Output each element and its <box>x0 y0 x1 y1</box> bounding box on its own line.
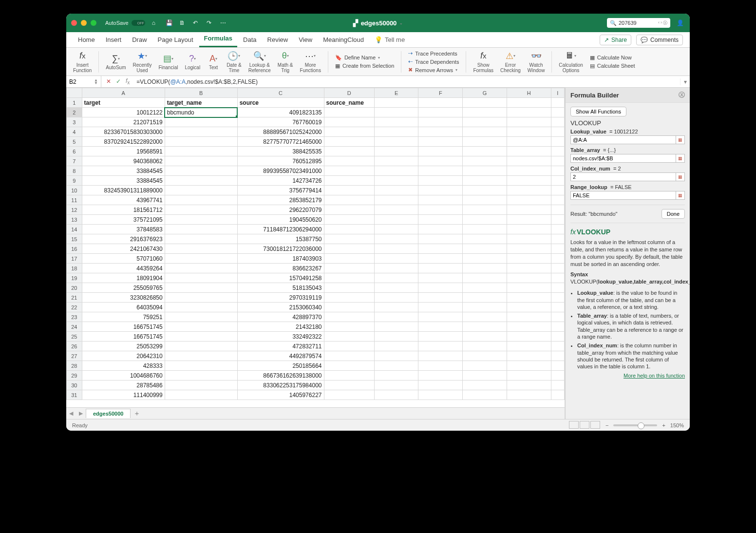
cell-B9[interactable] <box>165 176 237 186</box>
cell-H26[interactable] <box>507 342 551 351</box>
cell-G22[interactable] <box>463 303 507 312</box>
cell-G10[interactable] <box>463 186 507 195</box>
cell-D8[interactable] <box>324 166 374 176</box>
row-header-9[interactable]: 9 <box>67 176 82 186</box>
cell-D29[interactable] <box>324 371 374 381</box>
cell-H21[interactable] <box>507 293 551 303</box>
autosave-toggle[interactable]: OFF <box>132 20 145 26</box>
close-window-button[interactable] <box>71 20 77 26</box>
cell-E4[interactable] <box>374 127 418 137</box>
cell-G2[interactable] <box>463 108 507 117</box>
cell-E14[interactable] <box>374 225 418 234</box>
cell-I26[interactable] <box>551 342 564 351</box>
cell-D27[interactable] <box>324 351 374 361</box>
cell-G30[interactable] <box>463 381 507 390</box>
cell-B8[interactable] <box>165 166 237 176</box>
datetime-button[interactable]: 🕒▾Date & Time <box>225 51 244 73</box>
cell-D26[interactable] <box>324 342 374 351</box>
savecopy-icon[interactable]: 🗎 <box>179 19 186 26</box>
cell-F17[interactable] <box>418 254 463 264</box>
cell-H22[interactable] <box>507 303 551 312</box>
autosum-button[interactable]: ∑▾AutoSum <box>104 53 128 70</box>
view-switcher[interactable] <box>568 421 601 430</box>
cell-F3[interactable] <box>418 117 463 127</box>
row-header-30[interactable]: 30 <box>67 381 82 390</box>
cell-I20[interactable] <box>551 283 564 293</box>
cell-G19[interactable] <box>463 273 507 283</box>
cell-G13[interactable] <box>463 215 507 225</box>
financial-button[interactable]: ▤▾Financial <box>156 53 180 70</box>
cell-B23[interactable] <box>165 312 237 322</box>
cell-C4[interactable]: 888895671025242000 <box>237 127 324 137</box>
range-picker-icon[interactable]: ▦ <box>676 154 685 163</box>
cell-D6[interactable] <box>324 147 374 156</box>
row-header-13[interactable]: 13 <box>67 215 82 225</box>
redo-icon[interactable]: ↷ <box>207 19 213 26</box>
cell-C11[interactable]: 2853852179 <box>237 195 324 205</box>
cell-D25[interactable] <box>324 332 374 342</box>
row-header-4[interactable]: 4 <box>67 127 82 137</box>
cell-G16[interactable] <box>463 244 507 254</box>
row-header-16[interactable]: 16 <box>67 244 82 254</box>
cell-G20[interactable] <box>463 283 507 293</box>
cell-E21[interactable] <box>374 293 418 303</box>
cell-A12[interactable]: 181561712 <box>82 205 165 215</box>
tab-draw[interactable]: Draw <box>127 33 151 47</box>
cell-B5[interactable] <box>165 137 237 147</box>
cell-C14[interactable]: 711848712306294000 <box>237 225 324 234</box>
cell-F31[interactable] <box>418 390 463 400</box>
cell-G25[interactable] <box>463 332 507 342</box>
cell-F14[interactable] <box>418 225 463 234</box>
range-picker-icon[interactable]: ▦ <box>676 191 685 200</box>
cell-F26[interactable] <box>418 342 463 351</box>
cell-H20[interactable] <box>507 283 551 293</box>
cell-D7[interactable] <box>324 156 374 166</box>
cell-D4[interactable] <box>324 127 374 137</box>
row-header-11[interactable]: 11 <box>67 195 82 205</box>
tab-home[interactable]: Home <box>73 33 100 47</box>
column-header-H[interactable]: H <box>507 88 551 98</box>
cell-B10[interactable] <box>165 186 237 195</box>
cell-D15[interactable] <box>324 234 374 244</box>
cell-E3[interactable] <box>374 117 418 127</box>
cell-D24[interactable] <box>324 322 374 332</box>
cell-C8[interactable]: 899395587023491000 <box>237 166 324 176</box>
cell-G11[interactable] <box>463 195 507 205</box>
cell-B27[interactable] <box>165 351 237 361</box>
cell-C9[interactable]: 142734726 <box>237 176 324 186</box>
cell-H11[interactable] <box>507 195 551 205</box>
recent-functions-button[interactable]: ★▾Recently Used <box>131 51 154 73</box>
tell-me-input[interactable]: 💡 Tell me <box>370 33 410 47</box>
cell-H25[interactable] <box>507 332 551 342</box>
row-header-2[interactable]: 2 <box>67 108 82 117</box>
cancel-formula-icon[interactable]: ✕ <box>106 78 111 85</box>
cell-G18[interactable] <box>463 264 507 273</box>
cell-C27[interactable]: 4492879574 <box>237 351 324 361</box>
define-name-button[interactable]: 🔖Define Name▾ <box>335 55 394 61</box>
cell-I15[interactable] <box>551 234 564 244</box>
cell-H5[interactable] <box>507 137 551 147</box>
cell-E17[interactable] <box>374 254 418 264</box>
row-header-14[interactable]: 14 <box>67 225 82 234</box>
cell-I10[interactable] <box>551 186 564 195</box>
watch-window-button[interactable]: 👓Watch Window <box>526 51 547 73</box>
row-header-21[interactable]: 21 <box>67 293 82 303</box>
text-button[interactable]: A▾Text <box>205 53 222 70</box>
insert-function-button[interactable]: fxInsert Function <box>71 51 94 73</box>
sheet-nav-next-icon[interactable]: ▶ <box>76 410 86 417</box>
more-functions-button[interactable]: ⋯▾More Functions <box>298 51 323 73</box>
cell-I27[interactable] <box>551 351 564 361</box>
cell-A26[interactable]: 25053299 <box>82 342 165 351</box>
undo-icon[interactable]: ↶ <box>193 19 200 26</box>
cell-F30[interactable] <box>418 381 463 390</box>
row-header-17[interactable]: 17 <box>67 254 82 264</box>
cell-D11[interactable] <box>324 195 374 205</box>
cell-A10[interactable]: 832453901311889000 <box>82 186 165 195</box>
cell-C31[interactable]: 1405976227 <box>237 390 324 400</box>
cell-H24[interactable] <box>507 322 551 332</box>
cell-H8[interactable] <box>507 166 551 176</box>
cell-C10[interactable]: 3756779414 <box>237 186 324 195</box>
cell-A2[interactable]: 10012122 <box>82 108 165 117</box>
cell-B26[interactable] <box>165 342 237 351</box>
cell-E13[interactable] <box>374 215 418 225</box>
